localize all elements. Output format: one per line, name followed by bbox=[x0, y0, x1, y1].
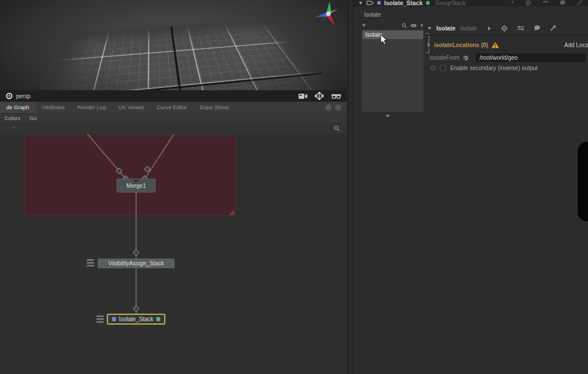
stack-list-toolbar: + bbox=[362, 21, 424, 29]
tab-attributes[interactable]: Attributes bbox=[36, 102, 71, 113]
node-wires bbox=[0, 134, 347, 374]
menu-colors[interactable]: Colors bbox=[0, 115, 25, 121]
isolate-locations-row[interactable]: isolateLocations (0) Add Locati bbox=[427, 40, 588, 49]
node-merge1[interactable]: Merge1 bbox=[117, 179, 156, 192]
node-isolate-label: Isolate_Stack bbox=[119, 316, 153, 322]
comment-bubble-icon[interactable] bbox=[560, 0, 566, 5]
enable-secondary-checkbox[interactable] bbox=[440, 65, 446, 71]
stereo-glasses-icon[interactable] bbox=[331, 93, 341, 99]
search-icon[interactable] bbox=[402, 23, 407, 28]
stack-item-list[interactable]: Isolate bbox=[362, 30, 424, 112]
viewport-camera-bar: persp bbox=[0, 90, 347, 102]
tab-node-graph[interactable]: de Graph bbox=[0, 102, 36, 113]
expand-chevron-right-icon[interactable] bbox=[427, 43, 431, 47]
splitter-line bbox=[350, 0, 351, 374]
gear-icon[interactable] bbox=[525, 0, 531, 6]
stack-badge-icon bbox=[96, 315, 104, 323]
stack-badge-icon bbox=[87, 259, 94, 267]
node-visibilityassign-stack[interactable]: VisibilityAssign_Stack bbox=[98, 259, 175, 268]
viewport-vignette bbox=[0, 0, 347, 90]
node-input-chip-purple bbox=[112, 317, 116, 321]
node-collapse-flap-icon bbox=[133, 180, 140, 183]
add-item-button[interactable]: + bbox=[362, 22, 366, 29]
node-graph-canvas[interactable]: Merge1 VisibilityAssign_Stack Isolate_St… bbox=[0, 134, 347, 374]
pan-cross-icon[interactable] bbox=[315, 92, 324, 100]
menu-go[interactable]: Go bbox=[25, 115, 41, 121]
mixer-sliders-icon[interactable] bbox=[517, 26, 524, 30]
minimize-icon[interactable] bbox=[543, 0, 548, 3]
parameter-group-name: Isolate bbox=[436, 25, 455, 32]
list-item-isolate[interactable]: Isolate bbox=[362, 30, 423, 39]
chevron-right-icon[interactable] bbox=[488, 26, 492, 31]
isolate-locations-label: isolateLocations (0) bbox=[434, 42, 488, 48]
tag-icon[interactable] bbox=[366, 0, 374, 6]
node-merge1-label: Merge1 bbox=[126, 183, 146, 189]
tab-uv-viewer[interactable]: UV Viewer bbox=[112, 102, 150, 113]
viewport-3d[interactable] bbox=[0, 0, 347, 90]
camera-icon[interactable] bbox=[299, 93, 307, 99]
isolate-from-row: isolateFrom /root/world/geo bbox=[430, 53, 586, 62]
arrow-icon[interactable] bbox=[509, 0, 514, 5]
node-graph-toolbar: ^ bbox=[0, 122, 347, 134]
node-graph-menu-bar: Colors Go bbox=[0, 114, 347, 122]
pane-menu-icon[interactable] bbox=[326, 105, 331, 110]
warning-triangle-icon bbox=[492, 42, 499, 48]
isolate-from-label: isolateFrom bbox=[430, 55, 459, 61]
pane-tab-bar: de Graph Attributes Render Log UV Viewer… bbox=[0, 102, 347, 114]
enable-secondary-row: Enable secondary (inverse) output bbox=[431, 64, 588, 72]
chevron-right-icon[interactable] bbox=[420, 23, 424, 28]
comment-bubble-icon[interactable] bbox=[534, 25, 540, 31]
gear-icon[interactable] bbox=[501, 25, 508, 32]
parameters-panel: Isolate_Stack GroupStack Isolate + bbox=[354, 0, 588, 374]
axis-gizmo-icon bbox=[313, 0, 345, 30]
collapse-caret-icon[interactable]: ^ bbox=[13, 126, 15, 130]
parameters-node-header: Isolate_Stack GroupStack bbox=[354, 0, 588, 6]
expand-triangle-icon[interactable] bbox=[427, 26, 432, 30]
tab-render-log[interactable]: Render Log bbox=[71, 102, 113, 113]
chevron-down-icon[interactable] bbox=[358, 1, 363, 5]
tab-dope-sheet[interactable]: Dope Sheet bbox=[194, 102, 235, 113]
pin-icon[interactable] bbox=[577, 0, 582, 5]
pane-splitter[interactable] bbox=[347, 0, 354, 374]
node-visibilityassign-label: VisibilityAssign_Stack bbox=[109, 260, 164, 267]
header-chip-purple bbox=[377, 1, 381, 5]
camera-name-label[interactable]: persp bbox=[16, 93, 30, 99]
parameter-group-header[interactable]: Isolate Isolate bbox=[425, 23, 588, 33]
search-icon[interactable] bbox=[334, 125, 340, 132]
header-node-type: GroupStack bbox=[435, 0, 466, 6]
shelf-group-label: Isolate bbox=[364, 11, 381, 18]
tab-curve-editor[interactable]: Curve Editor bbox=[150, 102, 194, 113]
isolate-from-input[interactable]: /root/world/geo bbox=[475, 53, 586, 62]
mouse-cursor bbox=[380, 34, 388, 46]
add-locations-button[interactable]: Add Locati bbox=[564, 42, 588, 48]
header-chip-green bbox=[426, 1, 430, 5]
parameter-group-hint: Isolate bbox=[460, 25, 477, 32]
camera-ring-icon[interactable] bbox=[6, 92, 13, 99]
node-output-chip-green bbox=[156, 317, 160, 321]
group-divider bbox=[425, 34, 588, 36]
header-node-name: Isolate_Stack bbox=[384, 0, 423, 6]
node-isolate-stack-selected[interactable]: Isolate_Stack bbox=[107, 314, 165, 325]
enable-secondary-label: Enable secondary (inverse) output bbox=[450, 65, 537, 71]
pane-close-icon[interactable] bbox=[335, 105, 341, 110]
wrench-icon[interactable] bbox=[550, 25, 556, 31]
eye-icon[interactable] bbox=[411, 24, 417, 28]
parameter-state-dot-icon[interactable] bbox=[431, 65, 436, 71]
list-expand-chevron-icon[interactable] bbox=[385, 114, 390, 118]
edge-overlay bbox=[578, 142, 588, 221]
parameter-state-knob-icon[interactable] bbox=[462, 55, 469, 61]
